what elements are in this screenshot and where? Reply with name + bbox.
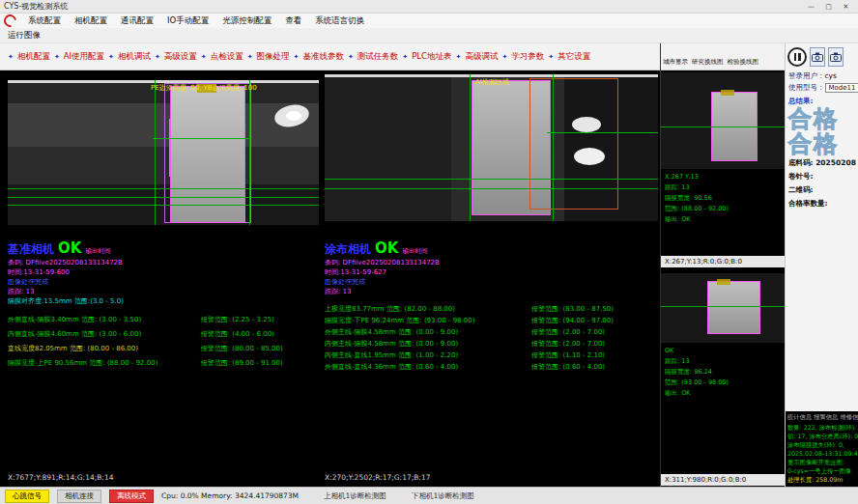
toolbar-item[interactable]: PLC地址表 xyxy=(400,51,453,63)
right-pixel-coords: X:270;Y:2502;R:17;G:17;B:17 xyxy=(325,473,430,482)
preview-tab[interactable]: 研究换线图 xyxy=(692,58,724,67)
cpu-memory-text: Cpu: 0.0% Memory: 3424.41790873M xyxy=(161,491,299,500)
right-result-block: 涂布相机 OK 输出时间 条码: DFfiive2025020813313472… xyxy=(325,239,658,373)
preview-text-line: 输出: OK xyxy=(665,388,781,399)
preview-text-line: 范围: (93.00 - 98.00) xyxy=(665,378,781,388)
menu-bar: 系统配置相机配置通讯配置IO手动配置光源控制配置查看系统语言切换 xyxy=(0,14,858,28)
toolbar-item[interactable]: 测试任务数 xyxy=(346,51,400,63)
process-line: 图像处理完成 xyxy=(8,277,319,287)
info-fields: 底料码: 20250208 卷针号: 二维码: 合格率数量: xyxy=(786,156,858,210)
result-status: OK xyxy=(58,239,81,257)
toolbar-item[interactable]: AI使用配置 xyxy=(52,51,106,63)
preview-text-line: X:267 Y:13 xyxy=(665,172,781,182)
stats-block: 统计信息 报警信息 维修信息 数量: 222, 涂布检测(环):切: 17, 涂… xyxy=(786,411,858,487)
debris-blob xyxy=(286,111,301,121)
result-big-1: 合格 xyxy=(786,106,858,131)
toolbar-item[interactable]: 图像处理 xyxy=(245,51,292,63)
left-pixel-coords: X:7677;Y:891;R:14;G:14;B:14 xyxy=(8,473,113,482)
stats-line: 涂布隔膜脱失(环): 0, xyxy=(787,440,856,449)
result-big-2: 合格 xyxy=(786,131,858,156)
bottom-camera-diagnostic-link[interactable]: 下相机1诊断检测图 xyxy=(412,491,474,501)
stats-header: 统计信息 报警信息 维修信息 xyxy=(787,413,856,422)
ai-area-label: AI检测区域 xyxy=(475,77,509,87)
left-result-block: 基准相机 OK 输出时间 条码: DFfiive2025020813313472… xyxy=(8,239,319,371)
guide-line xyxy=(8,197,319,198)
measurement-row: 上极宽度83.77mm 范围: (82.00 - 88.00) 报警范围: (8… xyxy=(325,303,658,315)
toolbar-item[interactable]: 相机配置 xyxy=(6,51,52,63)
measurement-rows: 上极宽度83.77mm 范围: (82.00 - 88.00) 报警范围: (8… xyxy=(325,303,658,373)
tab-row: 运行图像 xyxy=(0,28,858,43)
menu-item[interactable]: 系统语言切换 xyxy=(308,15,371,27)
separator-region xyxy=(170,86,245,223)
preview-text-line: 隔膜宽度: 96.24 xyxy=(665,367,781,378)
barcode-line: 条码: DFfiive2025020813313472B xyxy=(325,258,658,267)
toolbar-item[interactable]: 相机调试 xyxy=(106,51,153,63)
measurement-row: 直线宽度82.05mm 范围: (80.00 - 86.00) 报警范围: (8… xyxy=(8,342,319,356)
measurement-rows: 外侧直线-隔膜3.40mm 范围: (3.00 - 3.50) 报警范围: (2… xyxy=(8,313,319,371)
right-camera-view[interactable]: AI检测区域 xyxy=(325,74,658,221)
preview-text-line: 范围: (88.00 - 92.00) xyxy=(665,204,781,214)
preview-1-image[interactable] xyxy=(661,72,785,169)
process-line: 图像处理完成 xyxy=(325,277,658,287)
menu-item[interactable]: 系统配置 xyxy=(21,15,68,27)
measurement-row: 内侧主线-隔膜4.58mm 范围: (0.00 - 9.00) 报警范围: (2… xyxy=(325,338,658,350)
maximize-icon[interactable]: ▢ xyxy=(820,1,837,13)
menu-item[interactable]: 通讯配置 xyxy=(114,15,160,27)
camera-link-badge: 相机连接 xyxy=(57,490,101,503)
offline-mode-badge: 离线模式 xyxy=(109,490,154,503)
time-line: 时间:13-31-59-600 xyxy=(8,267,319,277)
stats-line: 2025.02.08-13:31:09:45- xyxy=(787,449,856,458)
measurement-row: 内侧主线-直线1.95mm 范围: (1.00 - 2.20) 报警范围: (1… xyxy=(325,350,658,361)
guide-line xyxy=(155,80,156,225)
preview-1-text: X:267 Y:13跟踪: 13隔膜宽度: 90.56范围: (88.00 - … xyxy=(661,169,785,256)
menu-item[interactable]: 光源控制配置 xyxy=(215,15,278,27)
highlight-blob xyxy=(572,117,601,132)
highlight-blob xyxy=(574,148,605,165)
status-bar: 心跳信号 相机连接 离线模式 Cpu: 0.0% Memory: 3424.41… xyxy=(0,487,858,504)
preview-2-coords: X:311;Y:980;R:0;G:0;B:0 xyxy=(661,474,785,486)
app-title: CYS-视觉检测系统 xyxy=(4,1,68,12)
top-camera-diagnostic-link[interactable]: 上相机1诊断检测图 xyxy=(324,491,386,501)
track-line: 跟踪: 13 xyxy=(325,287,658,296)
preview-2-image[interactable] xyxy=(661,273,785,343)
track-line: 跟踪: 13 xyxy=(8,287,319,296)
camera-bottom-button[interactable] xyxy=(828,47,844,67)
login-label: 登录用户： xyxy=(788,71,825,80)
camera-name: 基准相机 xyxy=(8,241,54,258)
left-camera-view[interactable]: PE边沿高度: 93, YB边沿高度: 100 xyxy=(8,80,319,225)
info-field: 底料码: 20250208 xyxy=(786,156,858,170)
toolbar-item[interactable]: 高级调试 xyxy=(454,51,500,63)
pause-button[interactable] xyxy=(787,47,807,67)
toolbar-item[interactable]: 其它设置 xyxy=(546,51,592,63)
preview-1-coords: X:267;Y:13;R:0;G:0;B:0 xyxy=(661,256,785,267)
result-sub: 输出时间 xyxy=(402,247,427,256)
menu-item[interactable]: 相机配置 xyxy=(68,15,114,27)
edge-height-label: PE边沿高度: 93, YB边沿高度: 100 xyxy=(151,83,257,93)
stats-line: 切: 17, 涂布分差高(环): 0, xyxy=(787,432,856,440)
preview-tabs: 城市显示研究换线图检验换线图 xyxy=(661,43,785,70)
toolbar-item[interactable]: 点检设置 xyxy=(199,51,245,63)
preview-text-line: OK xyxy=(665,346,781,356)
login-value: cys xyxy=(825,71,837,80)
info-field: 合格率数量: xyxy=(786,197,858,210)
info-panel: 登录用户：cys 使用型号：Mode11 总结果: 合格 合格 底料码: 202… xyxy=(785,43,858,487)
toolbar-item[interactable]: 高级设置 xyxy=(153,51,199,63)
menu-item[interactable]: 查看 xyxy=(278,15,308,27)
preview-tab[interactable]: 检验换线图 xyxy=(728,58,759,67)
guide-segment xyxy=(153,138,249,139)
camera-icon xyxy=(812,52,823,62)
toolbar-item[interactable]: 学习参数 xyxy=(500,51,546,63)
app-logo-icon xyxy=(1,12,18,29)
camera-top-button[interactable] xyxy=(810,47,825,67)
menu-item[interactable]: IO手动配置 xyxy=(160,15,215,27)
main-canvas: PE边沿高度: 93, YB边沿高度: 100 AI检测区域 基准相机 OK 输… xyxy=(0,70,660,487)
guide-line xyxy=(325,179,658,180)
model-value[interactable]: Mode11 xyxy=(825,83,858,93)
toolbar-item[interactable]: 基准线参数 xyxy=(292,51,346,63)
guide-line xyxy=(325,188,658,189)
preview-tab[interactable]: 城市显示 xyxy=(663,58,688,67)
tab-run-image[interactable]: 运行图像 xyxy=(8,30,41,42)
close-icon[interactable]: ✕ xyxy=(838,1,854,13)
minimize-icon[interactable]: — xyxy=(803,1,819,13)
preview-text-line: 输出: OK xyxy=(665,214,781,225)
